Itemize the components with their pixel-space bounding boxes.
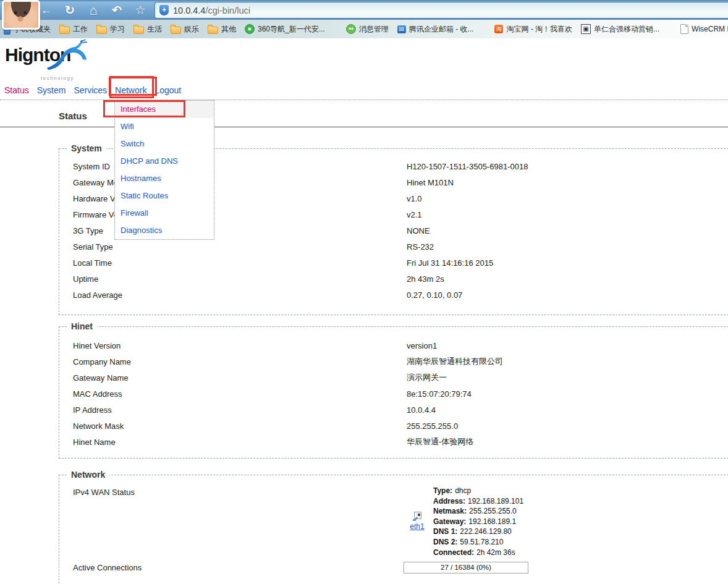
- menu-item[interactable]: Wifi: [115, 118, 214, 135]
- bookmark-item[interactable]: 生活: [133, 24, 162, 35]
- table-row: Serial Type RS-232: [73, 239, 728, 255]
- table-row: MAC Address 8e:15:07:20:79:74: [73, 386, 728, 402]
- field-value: 255.255.255.0: [407, 421, 458, 431]
- folder-icon: [59, 27, 70, 34]
- nav-item-label: Logout: [154, 85, 181, 95]
- field-value: H120-1507-1511-3505-6981-0018: [407, 162, 528, 171]
- section-hinet: Hinet Hinet Version version1 Company Nam…: [59, 326, 728, 459]
- wan-detail-line: Address:192.168.189.101: [433, 496, 523, 507]
- wan-status-row: IPv4 WAN Status eth1 Type:dhcpAddress:19…: [59, 475, 728, 557]
- field-value: 0.27, 0.10, 0.07: [407, 290, 462, 300]
- home-icon[interactable]: [87, 4, 100, 17]
- active-connections-row: Active Connections 27 / 16384 (0%): [59, 557, 728, 573]
- wan-detail-key: Netmask:: [433, 507, 467, 515]
- folder-icon: [208, 27, 218, 34]
- network-dropdown-menu: InterfacesWifiSwitchDHCP and DNSHostname…: [114, 100, 214, 240]
- field-value: 8e:15:07:20:79:74: [407, 389, 472, 399]
- antelope-logo-icon: [43, 40, 91, 72]
- page-icon: [680, 24, 688, 34]
- table-row: Gateway Name 演示网关一: [73, 370, 728, 386]
- wan-status-label: IPv4 WAN Status: [73, 484, 407, 497]
- field-value: RS-232: [407, 242, 434, 252]
- ethernet-interface-icon: [412, 511, 423, 522]
- page-content: Hignton technology StatusSystemServicesN…: [0, 38, 728, 584]
- interface-eth1-link[interactable]: eth1: [410, 522, 424, 531]
- menu-item[interactable]: Diagnostics: [115, 222, 214, 239]
- wan-details: Type:dhcpAddress:192.168.189.101Netmask:…: [433, 484, 523, 557]
- table-row: Local Time Fri Jul 31 14:16:16 2015: [73, 255, 728, 271]
- bookmark-label: 其他: [221, 24, 236, 35]
- nav-item[interactable]: Network: [115, 85, 146, 96]
- taobao-icon: [494, 25, 503, 33]
- active-connections-label: Active Connections: [73, 563, 407, 572]
- field-value: Fri Jul 31 14:16:16 2015: [407, 258, 493, 268]
- url-domain: 10.0.4.4: [173, 6, 205, 15]
- nav-item[interactable]: Services: [74, 85, 107, 96]
- bookmark-item[interactable]: 单仁合强移动营销...: [581, 24, 659, 35]
- menu-item[interactable]: Static Routes: [115, 187, 214, 205]
- nav-item[interactable]: Logout: [154, 85, 181, 96]
- menu-item[interactable]: DHCP and DNS: [115, 153, 214, 170]
- bookmark-label: 360导航_新一代安...: [258, 24, 325, 35]
- bookmark-item[interactable]: 消息管理: [346, 24, 389, 35]
- wan-detail-line: Gateway:192.168.189.1: [433, 517, 523, 527]
- bookmark-item[interactable]: 淘宝网 - 淘！我喜欢: [494, 24, 572, 35]
- field-label: Serial Type: [73, 242, 407, 252]
- table-row: Uptime 2h 43m 2s: [73, 271, 728, 287]
- field-value: v1.0: [407, 194, 422, 203]
- bookmark-label: WiseCRM NBS - ...: [692, 25, 728, 33]
- section-network: Network IPv4 WAN Status eth1 Type:dhcpAd…: [59, 475, 728, 584]
- undo-icon[interactable]: [110, 4, 124, 16]
- bookmark-item[interactable]: WiseCRM NBS - ...: [680, 24, 728, 34]
- field-value: Hinet M101N: [407, 178, 454, 187]
- menu-item-label: Switch: [121, 139, 144, 148]
- menu-item-label: DHCP and DNS: [121, 156, 178, 166]
- nav-item[interactable]: System: [37, 85, 66, 96]
- address-bar[interactable]: 10.0.4.4/cgi-bin/luci: [154, 2, 728, 19]
- wan-detail-key: DNS 1:: [433, 527, 457, 536]
- menu-item[interactable]: Interfaces: [115, 101, 214, 118]
- bookmark-item[interactable]: 360导航_新一代安...: [245, 24, 325, 35]
- connections-progress-bar: 27 / 16384 (0%): [404, 562, 528, 573]
- title-divider: [0, 127, 728, 127]
- folder-icon: [96, 27, 107, 34]
- browser-chrome: 10.0.4.4/cgi-bin/luci 手机收藏夹 工作 学习 生活 娱乐 …: [0, 0, 728, 38]
- menu-item-label: Firewall: [121, 208, 148, 218]
- section-network-title: Network: [67, 470, 109, 480]
- table-row: Network Mask 255.255.255.0: [73, 418, 728, 434]
- field-label: Network Mask: [73, 421, 407, 431]
- field-label: Hinet Version: [73, 341, 407, 350]
- wan-detail-value: 59.51.78.210: [460, 538, 503, 546]
- bookmark-item[interactable]: 学习: [96, 24, 125, 35]
- bookmark-item[interactable]: 娱乐: [171, 24, 199, 35]
- url-path: /cgi-bin/luci: [205, 6, 250, 15]
- nav-item[interactable]: Status: [4, 85, 29, 96]
- menu-item[interactable]: Firewall: [115, 205, 214, 222]
- refresh-icon[interactable]: [63, 4, 77, 16]
- mail-icon: [397, 25, 406, 33]
- wan-detail-line: Connected:2h 42m 36s: [433, 548, 523, 558]
- bookmark-label: 生活: [147, 24, 162, 35]
- back-icon[interactable]: [40, 4, 53, 16]
- section-system-title: System: [67, 143, 106, 153]
- menubar-divider: [0, 99, 728, 100]
- bookmark-label: 消息管理: [359, 24, 389, 35]
- wan-detail-key: Gateway:: [433, 517, 466, 526]
- field-value: version1: [407, 341, 437, 350]
- field-value: v2.1: [407, 210, 422, 219]
- table-row: Company Name 湖南华辰智通科技有限公司: [73, 353, 728, 370]
- table-row: Hinet Version version1: [73, 337, 728, 353]
- bookmark-item[interactable]: 腾讯企业邮箱 - 收...: [397, 24, 474, 35]
- favorites-star-icon[interactable]: [133, 4, 147, 16]
- site-safety-shield-icon[interactable]: [159, 5, 169, 15]
- menu-item[interactable]: Hostnames: [115, 170, 214, 187]
- bookmark-item[interactable]: 其他: [208, 24, 236, 35]
- user-avatar[interactable]: [2, 0, 40, 30]
- bookmark-item[interactable]: 工作: [59, 24, 88, 35]
- field-label: Hinet Name: [73, 438, 407, 447]
- menu-item-label: Hostnames: [121, 174, 161, 183]
- wan-detail-value: 192.168.189.1: [468, 517, 516, 526]
- field-label: MAC Address: [73, 389, 407, 399]
- browser-toolbar: 10.0.4.4/cgi-bin/luci: [0, 0, 728, 20]
- menu-item[interactable]: Switch: [115, 135, 214, 153]
